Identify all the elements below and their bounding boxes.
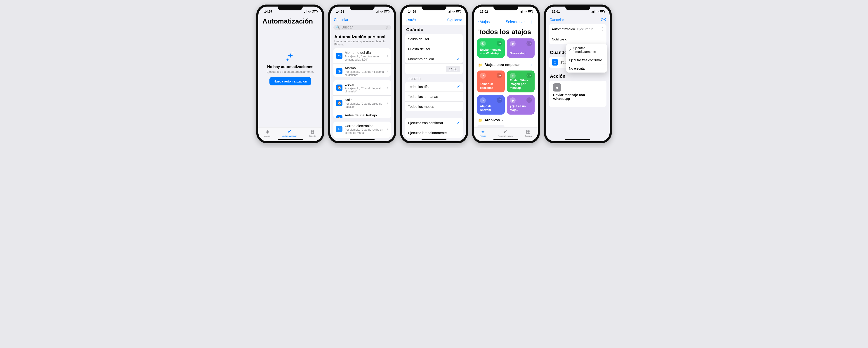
shortcut-cards-1: ✆•••Enviar mensaje con WhatsApp◆•••Nuevo… bbox=[474, 38, 538, 61]
trigger-icon: ✉ bbox=[336, 126, 342, 132]
trigger-row[interactable]: ✉ Correo electrónicoPor ejemplo, "Cuando… bbox=[333, 122, 391, 137]
shortcut-card[interactable]: ◔•••Tomar un descanso bbox=[477, 70, 505, 92]
trigger-row[interactable]: 🏠 Antes de ir al trabajoPor ejemplo, "15… bbox=[333, 111, 391, 118]
shortcut-card[interactable]: ＋•••Enviar última imagen por mensaje bbox=[507, 70, 535, 92]
trigger-row[interactable]: ◷ Momento del díaPor ejemplo, "Los días … bbox=[333, 49, 391, 64]
grid-icon: ▦ bbox=[526, 129, 530, 134]
trigger-row[interactable]: 🏠 LlegarPor ejemplo, "Cuando llego al gi… bbox=[333, 80, 391, 96]
home-indicator[interactable] bbox=[350, 139, 375, 140]
cancel-button[interactable]: Cancelar bbox=[550, 18, 564, 22]
time-value[interactable]: 14:58 bbox=[446, 66, 460, 72]
search-placeholder: Buscar bbox=[342, 25, 353, 29]
search-input[interactable]: 🔍 Buscar 🎙 bbox=[333, 25, 391, 30]
chevron-right-icon: › bbox=[387, 116, 388, 118]
back-button[interactable]: ‹Atrás bbox=[406, 18, 416, 22]
option-row[interactable]: Ejecutar inmediatamente bbox=[405, 128, 463, 138]
add-button[interactable]: ＋ bbox=[528, 18, 534, 26]
shortcut-card[interactable]: ∿•••Atajo de Shazam bbox=[477, 95, 505, 115]
trigger-row[interactable]: ● Mensaje › bbox=[333, 137, 391, 138]
repeat-options: Todos los días✓Todas las semanasTodos lo… bbox=[405, 82, 463, 111]
empty-state: No hay automatizaciones Ejecuta los ataj… bbox=[258, 28, 322, 127]
tab-gallery[interactable]: ▦Galería bbox=[309, 129, 316, 137]
phone-2: 14:58 63 Cancelar 🔍 Buscar 🎙 Automatizac… bbox=[328, 4, 396, 143]
grid-icon: ▦ bbox=[310, 129, 315, 134]
home-indicator[interactable] bbox=[565, 139, 590, 140]
trigger-row[interactable]: ◷ AlarmaPor ejemplo, "Cuando mi alarma s… bbox=[333, 64, 391, 76]
battery-icon: 63 bbox=[312, 10, 317, 13]
battery-icon: 63 bbox=[456, 10, 461, 13]
option-row[interactable]: Salida del sol bbox=[405, 34, 463, 44]
page-title: Todos los atajos bbox=[474, 28, 538, 38]
notify-row[interactable]: Notificar c bbox=[549, 34, 607, 44]
trigger-icon: ◷ bbox=[336, 53, 342, 59]
more-icon[interactable]: ••• bbox=[497, 41, 502, 46]
section-caption: Una automatización que se ejecuta en tu … bbox=[330, 40, 394, 49]
phone-4: 15:02 63 ‹Atajos Seleccionar ＋ Todos los… bbox=[472, 4, 540, 143]
option-row[interactable]: Momento del día✓ bbox=[405, 54, 463, 63]
more-icon[interactable]: ••• bbox=[526, 97, 532, 103]
wifi-icon bbox=[452, 10, 455, 13]
select-button[interactable]: Seleccionar bbox=[506, 20, 525, 24]
trigger-icon: 🏠 bbox=[336, 115, 342, 118]
time-picker-row[interactable]: 14:58 bbox=[405, 64, 463, 74]
add-to-folder-button[interactable]: ＋ bbox=[529, 61, 534, 68]
trigger-row[interactable]: 🏠 SalirPor ejemplo, "Cuando salgo de tra… bbox=[333, 96, 391, 111]
notch bbox=[422, 4, 446, 10]
more-icon[interactable]: ••• bbox=[526, 73, 532, 78]
shortcut-card[interactable]: ◆•••¿Qué es un atajo? bbox=[507, 95, 535, 115]
option-row[interactable]: Todas las semanas bbox=[405, 92, 463, 102]
chevron-right-icon: › bbox=[387, 69, 388, 73]
trigger-icon: ◷ bbox=[336, 68, 342, 74]
card-icon: ◆ bbox=[510, 41, 516, 46]
dropdown-option[interactable]: Ejecutar inmediatamente bbox=[566, 44, 607, 56]
tab-gallery[interactable]: ▦Galería bbox=[525, 129, 532, 137]
trigger-list-time: ◷ Momento del díaPor ejemplo, "Los días … bbox=[333, 49, 391, 76]
check-icon: ✓ bbox=[457, 84, 460, 89]
scan-icon: ⧉ bbox=[487, 127, 495, 127]
tab-shortcuts[interactable]: ◈Atajos bbox=[265, 129, 270, 137]
option-row[interactable]: Todos los meses bbox=[405, 102, 463, 111]
chevron-right-icon[interactable]: › bbox=[602, 96, 603, 100]
more-icon[interactable]: ••• bbox=[526, 41, 532, 46]
shortcut-cards-2: ◔•••Tomar un descanso＋•••Enviar última i… bbox=[474, 70, 538, 95]
shortcut-cards-3: ∿•••Atajo de Shazam◆•••¿Qué es un atajo? bbox=[474, 95, 538, 117]
tab-automation[interactable]: ✔︎Automatización bbox=[498, 129, 513, 137]
wifi-icon bbox=[595, 10, 599, 13]
settings-list: Automatización Ejecutar inmediatamen… ⌃⌄… bbox=[549, 24, 607, 44]
tab-shortcuts[interactable]: ◈Atajos bbox=[480, 129, 486, 137]
home-indicator[interactable] bbox=[493, 139, 518, 140]
shortcut-card[interactable]: ✆•••Enviar mensaje con WhatsApp bbox=[477, 38, 505, 58]
scan-document-card[interactable]: ⧉ Escanear documento bbox=[477, 125, 505, 127]
cancel-button[interactable]: Cancelar bbox=[334, 18, 348, 22]
action-label: Enviar mensaje con WhatsApp bbox=[549, 93, 602, 104]
folder-icon: 📁 bbox=[478, 63, 483, 67]
home-indicator[interactable] bbox=[278, 139, 303, 140]
mic-icon[interactable]: 🎙 bbox=[385, 25, 389, 29]
empty-subtitle: Ejecuta los atajos automáticamente. bbox=[267, 70, 314, 73]
more-icon[interactable]: ••• bbox=[497, 73, 502, 78]
new-automation-button[interactable]: Nueva automatización bbox=[270, 77, 311, 86]
option-row[interactable]: Todos los días✓ bbox=[405, 82, 463, 92]
card-icon: ✆ bbox=[480, 41, 486, 46]
when-heading: Cuándo bbox=[402, 25, 466, 34]
folder-starters[interactable]: 📁 Atajos para empezar ＋ bbox=[474, 61, 538, 70]
dropdown-option[interactable]: No ejecutar bbox=[566, 64, 607, 72]
ok-button[interactable]: OK bbox=[601, 18, 606, 22]
phone-5: 15:01 63 Cancelar OK Automatización Ejec… bbox=[544, 4, 612, 143]
battery-icon: 63 bbox=[600, 10, 604, 13]
card-icon: ◆ bbox=[510, 97, 516, 103]
folder-files[interactable]: 📁 Archivos › bbox=[474, 117, 538, 125]
chevron-right-icon: › bbox=[387, 54, 388, 58]
chevron-left-icon: ‹ bbox=[477, 20, 479, 24]
back-button[interactable]: ‹Atajos bbox=[477, 20, 490, 24]
option-row[interactable]: Ejecutar tras confirmar✓ bbox=[405, 118, 463, 128]
home-indicator[interactable] bbox=[422, 139, 446, 140]
trigger-icon: 🏠 bbox=[336, 100, 342, 106]
automation-mode-row[interactable]: Automatización Ejecutar inmediatamen… ⌃⌄ bbox=[549, 24, 607, 34]
option-row[interactable]: Puesta del sol bbox=[405, 44, 463, 54]
next-button[interactable]: Siguiente bbox=[447, 18, 462, 22]
more-icon[interactable]: ••• bbox=[497, 97, 502, 103]
tab-automation[interactable]: ✔︎Automatización bbox=[282, 129, 297, 137]
dropdown-option[interactable]: Ejecutar tras confirmar bbox=[566, 56, 607, 64]
shortcut-card[interactable]: ◆•••Nuevo atajo bbox=[507, 38, 535, 58]
